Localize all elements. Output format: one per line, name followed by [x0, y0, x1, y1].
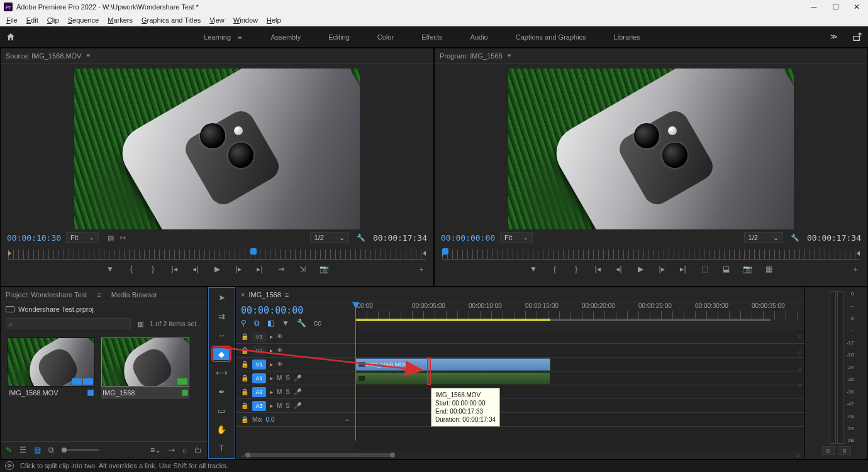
audio-clip[interactable] [355, 372, 550, 385]
clip-2-label[interactable] [182, 390, 188, 396]
track-a2-header[interactable]: 🔒A2▸MS🎤 [236, 385, 355, 399]
overwrite-icon[interactable]: ⇲ [298, 265, 307, 273]
ws-menu-icon[interactable]: ≡ [236, 31, 243, 43]
maximize-button[interactable]: ☐ [832, 3, 839, 11]
step-back-icon[interactable]: ◂| [191, 265, 200, 273]
in-icon[interactable]: { [127, 265, 136, 273]
linked-selection-icon[interactable]: ⧉ [254, 319, 260, 327]
export-frame-icon[interactable]: 📷 [320, 265, 328, 273]
home-button[interactable] [0, 32, 21, 42]
step-fwd-icon[interactable]: |▸ [234, 265, 243, 273]
thumb-size-slider[interactable] [62, 449, 99, 451]
source-resolution-select[interactable]: 1/2⌄ [310, 232, 349, 243]
menu-graphics[interactable]: Graphics and Titles [138, 15, 204, 25]
marker-icon[interactable]: ▼ [529, 265, 538, 273]
ws-audio[interactable]: Audio [469, 31, 489, 43]
program-wrench-icon[interactable]: 🔧 [791, 234, 799, 242]
freeform-view-icon[interactable]: ⧉ [48, 446, 54, 454]
source-add-button-icon[interactable]: ＋ [417, 265, 426, 273]
timeline-track-area[interactable]: IMG_1568.MOV IMG_1568.MOV [355, 330, 804, 451]
marker-icon[interactable]: ▼ [106, 265, 114, 273]
program-resolution-select[interactable]: 1/2⌄ [744, 232, 783, 243]
media-browser-tab[interactable]: Media Browser [111, 291, 157, 299]
step-back-icon[interactable]: ◂| [615, 265, 623, 273]
track-v1-header[interactable]: 🔒V1▸👁 [236, 358, 355, 371]
tl-wrench-icon[interactable]: 🔧 [297, 319, 306, 327]
track-v3-header[interactable]: 🔒V3▸👁 [236, 330, 355, 344]
source-zoom-select[interactable]: Fit⌄ [66, 232, 99, 243]
goto-out-icon[interactable]: ▸| [255, 265, 264, 273]
list-view-icon[interactable]: ☰ [19, 446, 26, 454]
export-frame-icon[interactable]: 📷 [743, 265, 752, 273]
out-icon[interactable]: } [148, 265, 157, 273]
hand-tool[interactable]: ✋ [213, 423, 230, 436]
goto-out-icon[interactable]: ▸| [679, 265, 687, 273]
timeline-tab[interactable]: IMG_1568 [248, 291, 281, 299]
ws-color[interactable]: Color [376, 31, 395, 43]
menu-sequence[interactable]: Sequence [64, 15, 103, 25]
program-tab[interactable]: Program: IMG_1568 [440, 52, 503, 60]
track-mix-header[interactable]: 🔒Mix0.0⫠ [236, 413, 355, 427]
program-add-button-icon[interactable]: ＋ [851, 265, 860, 273]
ws-captions[interactable]: Captions and Graphics [515, 31, 587, 43]
program-video[interactable] [508, 69, 794, 229]
source-video[interactable] [74, 69, 360, 229]
track-v2-header[interactable]: 🔒V2▸👁 [236, 344, 355, 358]
step-fwd-icon[interactable]: |▸ [657, 265, 666, 273]
ws-assembly[interactable]: Assembly [270, 31, 303, 43]
goto-in-icon[interactable]: |◂ [593, 265, 602, 273]
ws-learning[interactable]: Learning ≡ [201, 31, 244, 43]
type-tool[interactable]: T [213, 442, 230, 454]
tl-marker-icon[interactable]: ▼ [282, 319, 289, 327]
timeline-ruler[interactable]: :00:00 00:00:05:00 00:00:10:00 00:00:15:… [355, 302, 804, 330]
menu-markers[interactable]: Markers [104, 15, 136, 25]
ws-editing[interactable]: Editing [327, 31, 351, 43]
out-icon[interactable]: } [572, 265, 581, 273]
quick-export-button[interactable] [847, 32, 868, 42]
extract-icon[interactable]: ⬓ [721, 265, 730, 273]
project-clip-2[interactable]: IMG_1568 [101, 338, 189, 399]
project-search-input[interactable]: ⌕ [6, 318, 131, 329]
write-toggle-icon[interactable]: ✎ [6, 446, 12, 454]
rectangle-tool[interactable]: ▭ [213, 404, 230, 417]
pen-tool[interactable]: ✒ [213, 385, 230, 398]
insert-icon[interactable]: ⇥ [277, 265, 286, 273]
source-tab[interactable]: Source: IMG_1568.MOV [6, 52, 81, 60]
program-tab-menu-icon[interactable]: ≡ [508, 52, 511, 59]
source-scrubber[interactable] [8, 250, 426, 260]
sort-icon[interactable]: ≡⌄ [150, 446, 161, 454]
ws-overflow-button[interactable]: ≫ [821, 33, 847, 41]
timeline-tab-menu-icon[interactable]: ≡ [285, 291, 289, 299]
source-tab-menu-icon[interactable]: ≡ [86, 52, 90, 59]
program-zoom-select[interactable]: Fit⌄ [500, 232, 533, 243]
ripple-tool[interactable]: ↔ [213, 329, 230, 341]
snap-icon[interactable]: ⚲ [241, 319, 247, 327]
timeline-zoom-bar[interactable]: ○ ○ [236, 451, 804, 459]
track-select-tool[interactable]: ⇉ [213, 310, 230, 322]
find-icon[interactable]: ⌕ [182, 446, 187, 454]
track-a3-header[interactable]: 🔒A3▸MS🎤 [236, 399, 355, 413]
cc-icon[interactable]: ⟳ [5, 461, 14, 470]
source-out-icon[interactable]: ↦ [120, 234, 126, 242]
project-tab-menu-icon[interactable]: ≡ [97, 291, 101, 299]
ws-effects[interactable]: Effects [420, 31, 443, 43]
icon-view-icon[interactable]: ▦ [34, 446, 41, 454]
timeline-timecode[interactable]: 00:00:00:00 [241, 305, 350, 316]
program-timecode[interactable]: 00:00:00:00 [441, 233, 495, 243]
automate-icon[interactable]: ⇢ [169, 446, 175, 454]
menu-file[interactable]: File [3, 15, 21, 25]
menu-help[interactable]: Help [263, 15, 285, 25]
goto-in-icon[interactable]: |◂ [170, 265, 179, 273]
menu-view[interactable]: View [206, 15, 228, 25]
close-button[interactable]: ✕ [853, 3, 860, 11]
project-clip-1[interactable]: IMG_1568.MOV [7, 338, 95, 399]
track-a1-header[interactable]: 🔒A1▸MS🎤 [236, 371, 355, 385]
menu-clip[interactable]: Clip [43, 15, 63, 25]
play-icon[interactable]: ▶ [636, 265, 645, 273]
filter-bin-icon[interactable]: ▥ [137, 320, 143, 328]
menu-edit[interactable]: Edit [23, 15, 42, 25]
menu-window[interactable]: Window [230, 15, 262, 25]
clip-1-label[interactable] [87, 390, 94, 396]
solo-left-button[interactable]: S [822, 446, 835, 455]
source-wrench-icon[interactable]: 🔧 [357, 234, 365, 242]
